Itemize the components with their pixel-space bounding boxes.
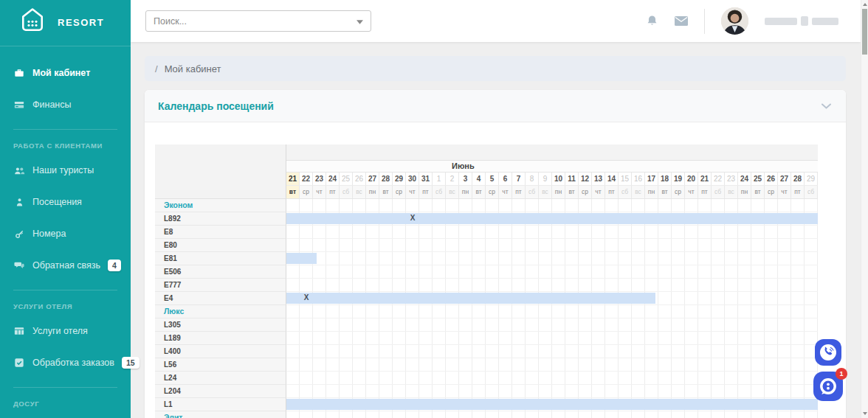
dow-header-cell: чт (313, 186, 326, 198)
dow-header-cell: вт (658, 186, 672, 198)
booking-bar[interactable] (286, 253, 317, 264)
day-header-cell: 28 (791, 173, 805, 185)
day-header-cell: 25 (751, 173, 765, 185)
card-body: Июнь 21222324252627282930311234567891011… (145, 122, 846, 418)
calendar-grid-row[interactable] (286, 398, 818, 411)
sidebar-item-briefcase[interactable]: Мой кабинет (13, 66, 117, 80)
day-header-cell: 11 (565, 173, 579, 185)
day-header-cell: 19 (672, 173, 685, 185)
dow-header-cell: ср (672, 186, 685, 198)
calendar-grid-row[interactable] (286, 318, 818, 332)
dow-header-cell: сб (619, 186, 632, 198)
calendar-grid-row[interactable] (286, 199, 818, 212)
day-header-cell: 12 (579, 173, 592, 185)
room-label[interactable]: L400 (155, 345, 286, 358)
collapse-chevron-icon[interactable] (822, 103, 831, 109)
chat-notification-badge: 1 (836, 368, 847, 380)
sidebar-item-finance[interactable]: Финансы (13, 97, 117, 112)
calendar-grid-row[interactable] (286, 226, 818, 239)
mail-icon[interactable] (675, 16, 688, 27)
calendar-row: L189 (155, 332, 836, 345)
room-label[interactable]: E80 (155, 239, 286, 252)
scroll-up-arrow-icon[interactable] (863, 3, 867, 6)
key-icon (13, 229, 25, 239)
day-header-cell: 21 (286, 173, 300, 185)
dow-header-cell: вс (539, 186, 552, 198)
day-header-cell: 27 (778, 173, 791, 185)
room-label[interactable]: L56 (155, 358, 286, 372)
room-label[interactable]: L1 (155, 398, 286, 411)
day-header-cell: 29 (805, 173, 818, 185)
dow-header-cell: вт (751, 186, 765, 198)
day-header-cell: 9 (539, 173, 552, 185)
day-header-cell: 25 (340, 173, 353, 185)
calendar-grid-row[interactable] (286, 265, 818, 279)
calendar-row: L204 (155, 385, 836, 398)
scrollbar-thumb[interactable] (862, 9, 867, 55)
room-label[interactable]: L305 (155, 318, 286, 332)
bell-icon[interactable] (646, 15, 658, 27)
room-label[interactable]: L24 (155, 372, 286, 385)
avatar[interactable] (721, 7, 748, 35)
sidebar-item-chat[interactable]: Обратная связь4 (13, 258, 117, 273)
dow-header-cell: чт (592, 186, 605, 198)
calendar-grid-row[interactable]: X (286, 212, 818, 226)
month-label: Июнь (452, 161, 475, 170)
booking-bar[interactable] (286, 213, 818, 224)
sidebar-item-key[interactable]: Номера (13, 226, 117, 241)
room-label[interactable]: E8 (155, 226, 286, 239)
calendar-row: E777 (155, 279, 836, 292)
calendar-grid-row[interactable] (286, 239, 818, 252)
sidebar-item-grid[interactable]: Услуги отеля (13, 324, 117, 338)
calendar-grid-row[interactable] (286, 372, 818, 385)
dow-header-cell: ср (486, 186, 499, 198)
dow-header-cell: чт (685, 186, 698, 198)
room-label[interactable]: L892 (155, 212, 286, 226)
room-label[interactable]: E81 (155, 252, 286, 265)
dow-header-cell: пт (791, 186, 805, 198)
room-label[interactable]: E4 (155, 292, 286, 305)
calendar-grid-row[interactable] (286, 279, 818, 292)
sidebar-item-label: Услуги отеля (32, 326, 88, 336)
sidebar-badge: 15 (122, 357, 140, 369)
day-header-cell: 15 (619, 173, 632, 185)
scroll-down-arrow-icon[interactable] (863, 412, 867, 415)
search-input[interactable]: Поиск... (145, 10, 371, 32)
day-header-cell: 1 (433, 173, 446, 185)
calendar-grid-row[interactable] (286, 305, 818, 318)
call-fab-button[interactable] (815, 339, 841, 369)
calendar-grid-row[interactable] (286, 411, 818, 418)
day-header-cell: 24 (326, 173, 340, 185)
dow-header-cell: пн (459, 186, 472, 198)
sidebar-item-checkbox[interactable]: Обработка заказов15 (13, 355, 117, 370)
calendar-grid-row[interactable] (286, 252, 818, 265)
calendar-grid-row[interactable] (286, 332, 818, 345)
dow-header-cell: вт (565, 186, 579, 198)
booking-bar[interactable] (286, 293, 655, 304)
calendar-corner (155, 144, 286, 199)
topbar: Поиск... (131, 0, 861, 42)
sidebar-item-users[interactable]: Наши туристы (13, 163, 117, 178)
vertical-scrollbar[interactable] (861, 0, 868, 418)
room-label[interactable]: L204 (155, 385, 286, 398)
calendar-top-strip (286, 144, 818, 161)
calendar-row: L400 (155, 345, 836, 358)
calendar-row: Люкс (155, 305, 836, 318)
logo[interactable]: RESORT (0, 0, 131, 41)
dow-header-cell: сб (526, 186, 539, 198)
calendar-grid-row[interactable] (286, 345, 818, 358)
dow-header-cell: вс (446, 186, 459, 198)
grid-icon (13, 326, 25, 336)
room-label[interactable]: L189 (155, 332, 286, 345)
day-header-cell: 29 (393, 173, 406, 185)
calendar-grid-row[interactable]: X (286, 292, 818, 305)
sidebar-item-label: Обратная связь (32, 260, 100, 271)
card-title: Календарь посещений (158, 100, 274, 112)
calendar-grid-row[interactable] (286, 358, 818, 372)
room-label[interactable]: E506 (155, 265, 286, 279)
room-label[interactable]: E777 (155, 279, 286, 292)
calendar-grid-row[interactable] (286, 385, 818, 398)
booking-bar[interactable] (286, 399, 818, 410)
sidebar-item-person[interactable]: Посещения (13, 195, 117, 209)
breadcrumb-current: Мой кабинет (165, 63, 221, 74)
